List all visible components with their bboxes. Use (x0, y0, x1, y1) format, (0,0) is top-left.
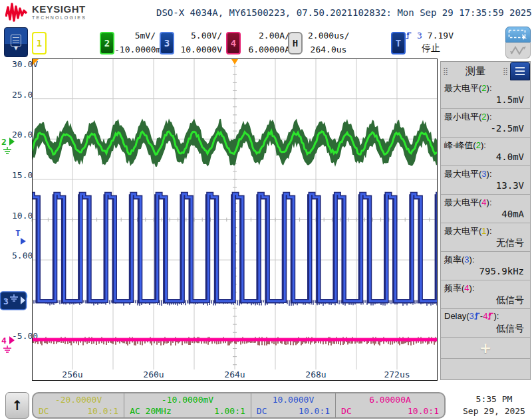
svg-text:3: 3 (3, 296, 9, 306)
scope-display-area: 30.0V25.020.015.010.05.000.0-5.00256u260… (0, 58, 439, 381)
svg-text:4: 4 (1, 336, 7, 346)
channel-2-button[interactable]: 2 (100, 32, 114, 54)
svg-text:10.0: 10.0 (12, 211, 33, 221)
measurement-label: 最大电平(3): (444, 168, 527, 180)
svg-text:272us: 272us (384, 369, 410, 379)
channel-2-ref: 2 (481, 112, 486, 122)
svg-text:268u: 268u (305, 369, 326, 379)
channel-3-ref: 3 (481, 169, 486, 179)
measurement-row[interactable]: 最大电平(2):1.5mV (441, 80, 530, 109)
channel-2-ref: 2 (481, 83, 486, 93)
horizontal-settings[interactable]: 2.000us/ 264.0us (308, 31, 349, 54)
timebase-scale: 2.000us/ (308, 31, 349, 41)
label-text: ): (487, 197, 492, 207)
channel-1-button[interactable]: 1 (32, 32, 47, 54)
measurement-value: -2.5mV (444, 123, 527, 136)
svg-text:25.0: 25.0 (12, 90, 33, 100)
zigzag-arrows-icon (510, 45, 526, 56)
svg-text:20.0: 20.0 (12, 130, 33, 140)
channel-3-coupling: DC (257, 406, 267, 416)
drag-handle-icon[interactable]: ⣿ (441, 68, 450, 75)
waveform-pan-button[interactable] (505, 43, 531, 58)
label-text: Delay( (444, 311, 469, 321)
channel-4-ref: 4 (481, 197, 486, 207)
measurement-label: 最小电平(2): (444, 111, 527, 123)
measurement-row[interactable]: 最大电平(1):无信号 (441, 223, 530, 252)
instrument-id-title: DSO-X 4034A, MY61500223, 07.50.202110283… (156, 7, 532, 18)
timebase-delay: 264.0us (308, 45, 349, 54)
up-arrow-icon: ↑ (12, 397, 23, 413)
channel-3-button[interactable]: 3 (160, 32, 174, 54)
trigger-level-marker[interactable]: T (15, 228, 26, 245)
horizontal-label: H (293, 38, 298, 49)
main-menu-button[interactable]: ▼ (4, 27, 28, 57)
measurement-row[interactable]: 最大电平(3):13.3V (441, 166, 530, 195)
trigger-label: T (396, 38, 401, 49)
channel-4-offset: 6.00000A (243, 45, 290, 54)
measurement-value: 4.0mV (444, 152, 527, 164)
clock-time: 5:35 PM (459, 393, 529, 405)
label-text: ): (487, 169, 492, 179)
channel-3-offset: 10.0000V (178, 45, 222, 54)
channel-4-offset: 6.00000A (341, 395, 439, 405)
label-text: 最大电平( (444, 169, 481, 179)
scope-display[interactable]: 30.0V25.020.015.010.05.000.0-5.00256u260… (0, 58, 439, 381)
region-select-button[interactable] (505, 27, 531, 43)
channel-4-probe: 10.0:1 (408, 406, 439, 416)
channel-3-probe: 10.0:1 (299, 406, 330, 416)
acquisition-status: 停止 (422, 43, 440, 54)
trigger-button[interactable]: T (391, 32, 406, 54)
horizontal-button[interactable]: H (288, 32, 303, 54)
measurement-label: 最大电平(1): (444, 225, 527, 237)
header-bar: KEYSIGHT TECHNOLOGIES DSO-X 4034A, MY615… (0, 0, 532, 25)
channel-1-label: 1 (37, 38, 42, 49)
label-text: ): (493, 311, 499, 321)
keysight-logo: KEYSIGHT TECHNOLOGIES (5, 2, 86, 22)
measurement-row[interactable]: 频率(4):低信号 (441, 280, 530, 309)
measurement-row[interactable]: 峰-峰值(2):4.0mV (441, 138, 530, 166)
label-text: ): (469, 255, 475, 264)
measurement-row[interactable]: 频率(3):795.9kHz (441, 252, 530, 280)
channel-2-ref: 2 (476, 140, 481, 150)
trigger-level: 7.19V (428, 31, 454, 41)
channel-4-coupling: DC (341, 406, 352, 416)
channel-3-settings[interactable]: 5.00V/ 10.0000V (178, 31, 222, 54)
channel-2-settings[interactable]: 5mV/ -10.0000mV (114, 31, 156, 54)
measurement-value: 13.3V (444, 180, 527, 193)
label-text: ): (487, 226, 492, 236)
dashed-selection-icon (508, 29, 528, 40)
measurement-label: 最大电平(2): (444, 82, 527, 94)
measure-panel: ⣿ 测量 ⣿ 最大电平(2):1.5mV最小电平(2):-2.5mV峰-峰值(2… (440, 61, 531, 380)
measurement-row[interactable]: 最大电平(4):40mA (441, 195, 530, 223)
channel-3-status[interactable]: 10.0000V DC 10.0:1 (251, 393, 335, 417)
label-text: 最大电平( (444, 197, 481, 207)
channel-2-coupling: AC 20MHz (130, 406, 172, 416)
trigger-source: 3 (417, 31, 422, 41)
channel-2-status[interactable]: -10.0000mV AC 20MHz 1.00:1 (124, 393, 251, 417)
label-text: 峰-峰值( (444, 140, 476, 150)
rising-edge-icon (406, 31, 412, 41)
expand-up-button[interactable]: ↑ (5, 392, 29, 419)
channel-4-settings[interactable]: 2.00A/ 6.00000A (243, 31, 290, 54)
drag-handle-icon[interactable]: ⣿ (501, 68, 510, 75)
channel-3-label: 3 (164, 38, 170, 49)
plus-icon[interactable]: + (479, 341, 491, 356)
brand-name: KEYSIGHT (32, 4, 86, 14)
measurement-list: 最大电平(2):1.5mV最小电平(2):-2.5mV峰-峰值(2):4.0mV… (441, 80, 530, 338)
channel-1-status[interactable]: -20.0000V DC 10.0:1 (33, 393, 124, 417)
measurement-row[interactable]: 最小电平(2):-2.5mV (441, 109, 530, 138)
svg-text:2: 2 (1, 137, 7, 147)
measure-menu-button[interactable] (510, 62, 530, 80)
channel-2-probe: 1.00:1 (214, 406, 245, 416)
channel-3-marker[interactable]: 3 (1, 292, 27, 310)
channel-4-button[interactable]: 4 (226, 32, 241, 54)
channel-4-ref: 4 (464, 283, 469, 293)
add-measurement-row: + (441, 338, 530, 359)
channel-4-scale: 2.00A/ (243, 31, 290, 41)
measure-panel-header: ⣿ 测量 ⣿ (441, 62, 530, 80)
channel-3-offset: 10.0000V (257, 395, 330, 405)
channel-1-ref: 1 (481, 226, 486, 236)
channel-4-status[interactable]: 6.00000A DC 10.0:1 (335, 393, 444, 417)
measurement-row[interactable]: Delay(3-4):低信号 (441, 309, 530, 338)
channel-3-ref: 3 (464, 255, 469, 264)
